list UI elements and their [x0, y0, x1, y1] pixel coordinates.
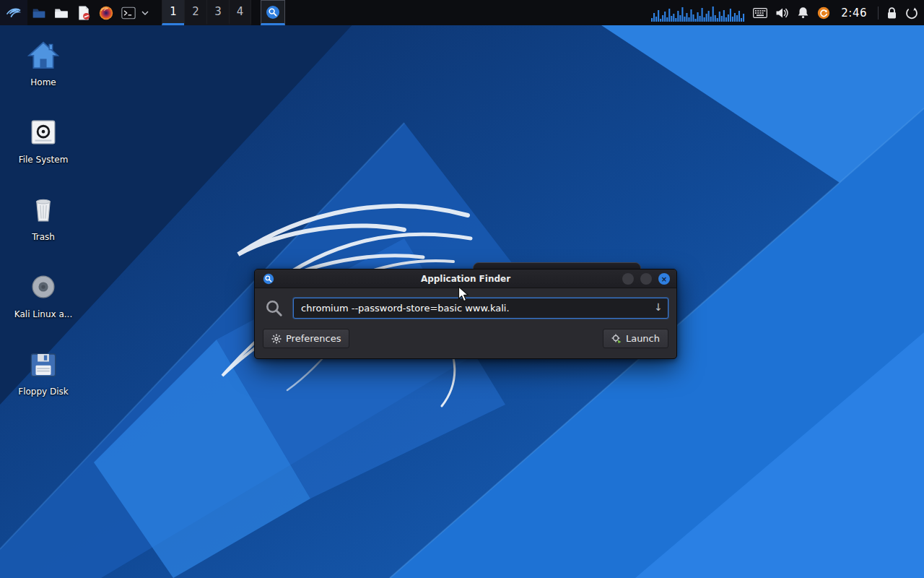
terminal-dropdown-button[interactable]	[139, 0, 150, 25]
session-logout-button[interactable]	[905, 7, 918, 20]
desktop-icon-file-system[interactable]: File System	[12, 115, 75, 184]
clock[interactable]: 2:46	[838, 7, 870, 20]
desktop-icon-label: Floppy Disk	[18, 387, 69, 397]
kali-menu-icon	[5, 4, 22, 22]
bell-icon	[797, 7, 809, 19]
search-icon	[263, 298, 284, 318]
top-panel: 1 2 3 4	[0, 0, 924, 25]
folder-icon	[53, 5, 69, 21]
workspace-3[interactable]: 3	[206, 0, 229, 25]
desktop-icon-home[interactable]: Home	[12, 38, 75, 107]
workspace-1[interactable]: 1	[162, 0, 184, 25]
application-finder-icon	[263, 273, 274, 288]
applications-menu-button[interactable]	[0, 0, 27, 25]
desktop: 1 2 3 4	[0, 0, 924, 578]
workspace-4[interactable]: 4	[229, 0, 251, 25]
launch-icon	[611, 334, 622, 344]
panel-launchers: 1 2 3 4	[0, 0, 285, 25]
minimize-button[interactable]	[622, 273, 634, 285]
workspace-2-label: 2	[192, 5, 199, 18]
finder-body: ↓ Preferences	[255, 288, 676, 348]
screen-lock-button[interactable]	[886, 7, 897, 20]
disc-icon	[28, 269, 58, 304]
keyboard-icon	[753, 8, 767, 18]
volume-indicator[interactable]	[775, 7, 789, 19]
desktop-icon-label: Trash	[32, 233, 55, 243]
workspace-switcher: 1 2 3 4	[162, 0, 251, 25]
taskbar-application-finder-button[interactable]	[261, 0, 285, 25]
terminal-icon	[121, 5, 136, 21]
launch-label: Launch	[626, 333, 660, 344]
application-finder-icon	[266, 5, 280, 20]
document-icon	[76, 5, 92, 21]
desktop-icon-trash[interactable]: Trash	[12, 192, 75, 262]
workspace-2[interactable]: 2	[184, 0, 206, 25]
window-title: Application Finder	[421, 274, 510, 284]
desktop-icon-floppy-disk[interactable]: Floppy Disk	[12, 347, 75, 416]
trash-icon	[29, 192, 58, 227]
updates-indicator[interactable]	[817, 7, 830, 20]
desktop-icon-label: File System	[19, 155, 69, 165]
panel-tray: 2:46	[651, 0, 924, 25]
keyboard-indicator[interactable]	[753, 8, 767, 18]
gear-icon	[271, 334, 282, 344]
dropdown-arrow-icon[interactable]: ↓	[654, 301, 663, 313]
volume-icon	[775, 7, 789, 19]
system-monitor-graph[interactable]	[651, 4, 745, 22]
firefox-launcher[interactable]	[95, 0, 117, 25]
maximize-button[interactable]	[640, 273, 652, 285]
floppy-icon	[28, 347, 58, 381]
titlebar[interactable]: Application Finder ×	[255, 269, 676, 288]
lock-icon	[886, 7, 897, 20]
window-controls: ×	[622, 273, 670, 285]
chevron-down-icon	[141, 11, 149, 15]
workspace-4-label: 4	[237, 5, 244, 18]
terminal-launcher[interactable]	[117, 0, 139, 25]
text-editor-launcher[interactable]	[72, 0, 95, 25]
preferences-button[interactable]: Preferences	[263, 329, 349, 348]
file-manager-launcher[interactable]	[50, 0, 72, 25]
search-input-wrap: ↓	[293, 298, 668, 319]
workspace-3-label: 3	[214, 5, 222, 18]
workspace-1-label: 1	[170, 5, 177, 18]
preferences-label: Preferences	[286, 333, 341, 344]
home-icon	[27, 38, 59, 72]
firefox-icon	[98, 5, 114, 21]
desktop-icon-label: Home	[30, 78, 56, 88]
notifications-indicator[interactable]	[797, 7, 809, 19]
dark-folder-icon	[31, 5, 47, 21]
desktop-icon-kali-linux[interactable]: Kali Linux a...	[12, 269, 75, 339]
close-button[interactable]: ×	[658, 273, 670, 285]
search-input[interactable]	[293, 298, 668, 319]
file-system-icon	[28, 115, 58, 150]
desktop-icon-label: Kali Linux a...	[14, 310, 72, 320]
tray-separator	[878, 7, 879, 20]
launch-button[interactable]: Launch	[603, 329, 668, 348]
updates-icon	[817, 7, 830, 20]
files-dark-launcher[interactable]	[27, 0, 50, 25]
logout-icon	[905, 7, 918, 20]
application-finder-window: Application Finder × ↓	[254, 269, 677, 359]
